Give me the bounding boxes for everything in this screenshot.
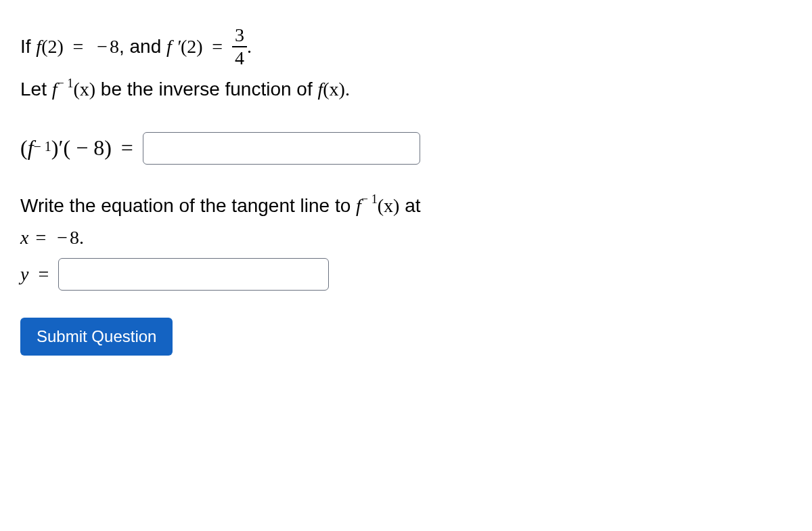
- text-if: If: [20, 36, 36, 57]
- q1-eq: =: [121, 135, 133, 161]
- op-neg: −: [97, 36, 108, 57]
- fraction: 3 4: [232, 26, 247, 68]
- question-1-row: (f− 1)′( − 8) =: [20, 132, 792, 165]
- given-line-2: Let f− 1(x) be the inverse function of f…: [20, 75, 792, 105]
- y-equals-row: y =: [20, 258, 792, 291]
- text-inverse: be the inverse function of: [95, 79, 317, 100]
- y-eq: =: [38, 263, 49, 285]
- sup-inv: − 1: [57, 77, 73, 90]
- x-var: x: [20, 227, 28, 249]
- period: .: [247, 36, 252, 57]
- answer-input-1[interactable]: [143, 132, 420, 165]
- q2-text-a: Write the equation of the tangent line t…: [20, 195, 356, 216]
- op-eq: =: [73, 36, 84, 57]
- q2-sup: − 1: [361, 192, 378, 206]
- math-arg: (2): [41, 36, 64, 57]
- q1-open: (: [20, 135, 28, 161]
- fraction-den: 4: [232, 47, 247, 68]
- q2-text-b: at: [399, 195, 420, 216]
- q2-argx: (x): [378, 195, 400, 216]
- q1-close: ): [51, 135, 59, 161]
- math-arg-x2: (x): [323, 79, 345, 100]
- math-f: f: [36, 36, 41, 57]
- math-arg2: (2): [181, 36, 203, 57]
- y-var: y: [20, 263, 28, 285]
- x-val: 8: [70, 227, 79, 249]
- text-let: Let: [20, 79, 52, 100]
- op-eq2: =: [212, 36, 223, 57]
- x-neg: −: [57, 227, 68, 249]
- x-period: .: [79, 227, 84, 249]
- x-eq: =: [35, 227, 46, 249]
- question-2-prompt: Write the equation of the tangent line t…: [20, 192, 792, 220]
- period2: .: [345, 79, 350, 100]
- q1-arg: ( − 8): [63, 135, 111, 161]
- fraction-num: 3: [232, 26, 247, 47]
- q1-f: f: [28, 135, 34, 161]
- submit-button[interactable]: Submit Question: [20, 318, 173, 356]
- problem-statement: If f(2) = −8, and f ′(2) = 3 4 . Let f− …: [20, 27, 792, 105]
- x-equals-row: x = −8.: [20, 227, 792, 249]
- q1-prime: ′: [58, 135, 63, 161]
- text-and: , and: [119, 36, 166, 57]
- answer-input-2[interactable]: [58, 258, 329, 291]
- given-line-1: If f(2) = −8, and f ′(2) = 3 4 .: [20, 27, 792, 69]
- q2-f: f: [356, 195, 361, 216]
- math-arg-x: (x): [73, 79, 95, 100]
- q1-sup: − 1: [34, 139, 51, 154]
- val-8: 8: [110, 36, 119, 57]
- math-fprime: f ′: [166, 36, 181, 57]
